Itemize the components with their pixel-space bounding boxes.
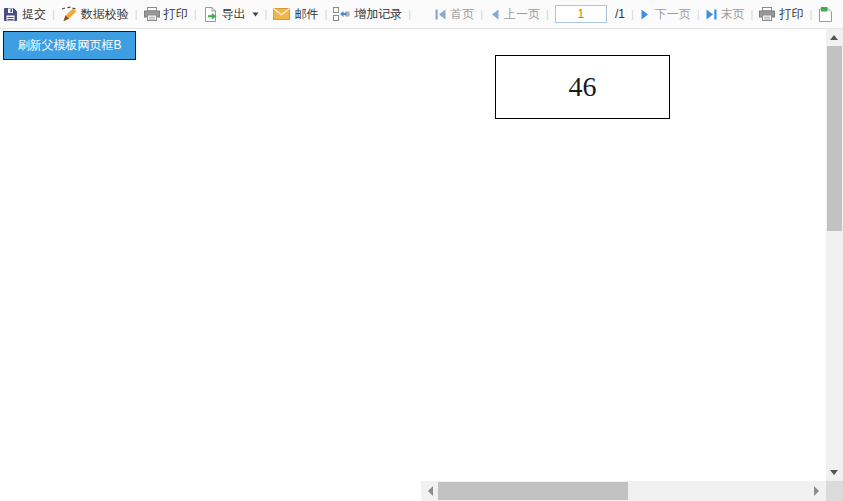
export-button[interactable]: 导出	[203, 6, 259, 23]
page-total-label: /1	[615, 7, 625, 21]
scroll-up-arrow-icon[interactable]	[830, 35, 838, 40]
vertical-scrollbar[interactable]	[826, 29, 843, 481]
separator: |	[751, 8, 754, 20]
printer-icon	[759, 7, 775, 21]
pen-check-icon	[61, 6, 77, 22]
printer-icon	[144, 7, 160, 21]
last-page-label: 末页	[721, 6, 745, 23]
page-number-input[interactable]	[555, 5, 607, 23]
add-record-label: 增加记录	[354, 6, 402, 23]
toolbar: 提交 | 数据校验 | 打印 | 导出 |	[0, 0, 843, 29]
first-page-button[interactable]: 首页	[435, 6, 474, 23]
add-record-button[interactable]: 增加记录	[333, 6, 402, 23]
scroll-left-arrow-icon[interactable]	[428, 486, 433, 496]
report-cell-value[interactable]: 46	[495, 55, 670, 119]
prev-page-icon	[489, 9, 500, 20]
separator: |	[324, 8, 327, 20]
print-label-2: 打印	[779, 6, 803, 23]
separator: |	[631, 8, 634, 20]
print-button[interactable]: 打印	[144, 6, 188, 23]
separator: |	[480, 8, 483, 20]
print-label: 打印	[164, 6, 188, 23]
next-page-label: 下一页	[655, 6, 691, 23]
separator: |	[194, 8, 197, 20]
chevron-down-icon	[252, 12, 259, 17]
vertical-scrollbar-thumb[interactable]	[827, 46, 842, 231]
prev-page-label: 上一页	[504, 6, 540, 23]
scroll-right-arrow-icon[interactable]	[814, 486, 819, 496]
mail-button[interactable]: 邮件	[273, 6, 318, 23]
separator: |	[546, 8, 549, 20]
horizontal-scrollbar-thumb[interactable]	[438, 482, 628, 500]
scroll-down-arrow-icon[interactable]	[830, 470, 838, 475]
add-record-icon	[333, 7, 350, 21]
export-icon	[203, 7, 218, 22]
separator: |	[408, 8, 411, 20]
prev-page-button[interactable]: 上一页	[489, 6, 540, 23]
scrollbar-corner	[826, 481, 843, 501]
separator: |	[809, 8, 812, 20]
submit-button[interactable]: 提交	[3, 6, 46, 23]
separator: |	[135, 8, 138, 20]
submit-label: 提交	[22, 6, 46, 23]
first-page-label: 首页	[450, 6, 474, 23]
separator: |	[265, 8, 268, 20]
separator: |	[697, 8, 700, 20]
last-page-button[interactable]: 末页	[706, 6, 745, 23]
print-button-2[interactable]: 打印	[759, 6, 803, 23]
horizontal-scrollbar[interactable]	[421, 481, 826, 501]
refresh-parent-frame-button[interactable]: 刷新父模板网页框B	[3, 31, 136, 60]
separator: |	[52, 8, 55, 20]
first-page-icon	[435, 9, 446, 20]
save-icon	[3, 7, 18, 22]
next-page-icon	[640, 9, 651, 20]
validate-button[interactable]: 数据校验	[61, 6, 129, 23]
last-page-icon	[706, 9, 717, 20]
export-label: 导出	[222, 6, 246, 23]
validate-label: 数据校验	[81, 6, 129, 23]
page-green-corner-icon	[818, 7, 833, 22]
partial-export-button[interactable]	[818, 7, 833, 22]
mail-icon	[273, 8, 290, 20]
mail-label: 邮件	[294, 6, 318, 23]
next-page-button[interactable]: 下一页	[640, 6, 691, 23]
